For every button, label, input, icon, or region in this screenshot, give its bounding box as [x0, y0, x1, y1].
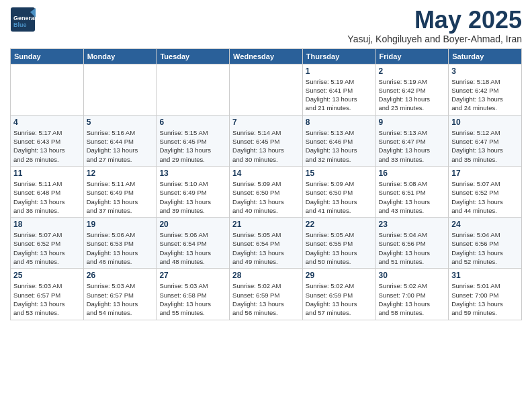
header: General Blue May 2025 Yasuj, Kohgiluyeh … [10, 7, 522, 44]
calendar-day-cell: 7Sunrise: 5:14 AM Sunset: 6:45 PM Daylig… [230, 115, 303, 166]
day-number: 11 [13, 169, 81, 178]
day-number: 19 [87, 220, 154, 229]
day-number: 20 [159, 220, 226, 229]
day-info: Sunrise: 5:11 AM Sunset: 6:49 PM Dayligh… [87, 179, 154, 215]
day-number: 8 [306, 118, 373, 127]
day-info: Sunrise: 5:08 AM Sunset: 6:51 PM Dayligh… [379, 179, 446, 215]
calendar-day-cell [11, 64, 84, 115]
calendar-day-cell: 30Sunrise: 5:02 AM Sunset: 7:00 PM Dayli… [375, 269, 449, 320]
day-info: Sunrise: 5:02 AM Sunset: 7:00 PM Dayligh… [379, 281, 446, 317]
day-info: Sunrise: 5:03 AM Sunset: 6:58 PM Dayligh… [159, 281, 226, 317]
weekday-header: Wednesday [230, 48, 303, 64]
day-info: Sunrise: 5:06 AM Sunset: 6:54 PM Dayligh… [159, 230, 226, 266]
weekday-header: Monday [83, 48, 157, 64]
day-info: Sunrise: 5:05 AM Sunset: 6:55 PM Dayligh… [306, 230, 373, 266]
day-info: Sunrise: 5:19 AM Sunset: 6:41 PM Dayligh… [306, 77, 373, 113]
calendar-day-cell: 3Sunrise: 5:18 AM Sunset: 6:42 PM Daylig… [449, 64, 522, 115]
calendar-day-cell: 12Sunrise: 5:11 AM Sunset: 6:49 PM Dayli… [83, 166, 157, 217]
day-info: Sunrise: 5:17 AM Sunset: 6:43 PM Dayligh… [13, 128, 81, 164]
day-info: Sunrise: 5:06 AM Sunset: 6:53 PM Dayligh… [87, 230, 154, 266]
day-info: Sunrise: 5:04 AM Sunset: 6:56 PM Dayligh… [379, 230, 446, 266]
calendar-week-row: 25Sunrise: 5:03 AM Sunset: 6:57 PM Dayli… [11, 269, 522, 320]
day-number: 17 [451, 169, 519, 178]
day-info: Sunrise: 5:07 AM Sunset: 6:52 PM Dayligh… [13, 230, 81, 266]
calendar-day-cell: 11Sunrise: 5:11 AM Sunset: 6:48 PM Dayli… [11, 166, 84, 217]
calendar-day-cell [230, 64, 303, 115]
calendar-day-cell: 23Sunrise: 5:04 AM Sunset: 6:56 PM Dayli… [375, 218, 449, 269]
day-number: 7 [232, 118, 300, 127]
day-number: 22 [306, 220, 373, 229]
weekday-header: Tuesday [157, 48, 230, 64]
day-number: 21 [232, 220, 300, 229]
title-area: May 2025 Yasuj, Kohgiluyeh and Boyer-Ahm… [347, 7, 522, 44]
calendar-day-cell: 28Sunrise: 5:02 AM Sunset: 6:59 PM Dayli… [230, 269, 303, 320]
day-number: 1 [306, 66, 373, 76]
calendar-header-row: SundayMondayTuesdayWednesdayThursdayFrid… [11, 48, 522, 64]
day-number: 15 [306, 169, 373, 178]
day-number: 27 [159, 271, 226, 280]
day-number: 30 [379, 271, 446, 280]
day-info: Sunrise: 5:07 AM Sunset: 6:52 PM Dayligh… [451, 179, 519, 215]
weekday-header: Saturday [449, 48, 522, 64]
calendar-day-cell: 21Sunrise: 5:05 AM Sunset: 6:54 PM Dayli… [230, 218, 303, 269]
day-info: Sunrise: 5:02 AM Sunset: 6:59 PM Dayligh… [232, 281, 300, 317]
calendar-day-cell: 22Sunrise: 5:05 AM Sunset: 6:55 PM Dayli… [302, 218, 375, 269]
day-number: 13 [159, 169, 226, 178]
day-info: Sunrise: 5:03 AM Sunset: 6:57 PM Dayligh… [13, 281, 81, 317]
day-number: 28 [232, 271, 300, 280]
day-number: 24 [451, 220, 519, 229]
calendar-week-row: 1Sunrise: 5:19 AM Sunset: 6:41 PM Daylig… [11, 64, 522, 115]
day-info: Sunrise: 5:14 AM Sunset: 6:45 PM Dayligh… [232, 128, 300, 164]
weekday-header: Friday [375, 48, 449, 64]
calendar-week-row: 18Sunrise: 5:07 AM Sunset: 6:52 PM Dayli… [11, 218, 522, 269]
calendar-day-cell: 20Sunrise: 5:06 AM Sunset: 6:54 PM Dayli… [157, 218, 230, 269]
day-info: Sunrise: 5:09 AM Sunset: 6:50 PM Dayligh… [306, 179, 373, 215]
day-number: 31 [451, 271, 519, 280]
calendar-day-cell: 29Sunrise: 5:02 AM Sunset: 6:59 PM Dayli… [302, 269, 375, 320]
calendar-day-cell: 13Sunrise: 5:10 AM Sunset: 6:49 PM Dayli… [157, 166, 230, 217]
day-info: Sunrise: 5:13 AM Sunset: 6:47 PM Dayligh… [379, 128, 446, 164]
day-info: Sunrise: 5:11 AM Sunset: 6:48 PM Dayligh… [13, 179, 81, 215]
calendar-day-cell: 10Sunrise: 5:12 AM Sunset: 6:47 PM Dayli… [449, 115, 522, 166]
calendar-day-cell: 27Sunrise: 5:03 AM Sunset: 6:58 PM Dayli… [157, 269, 230, 320]
day-info: Sunrise: 5:01 AM Sunset: 7:00 PM Dayligh… [451, 281, 519, 317]
logo: General Blue [10, 7, 36, 32]
calendar-day-cell: 19Sunrise: 5:06 AM Sunset: 6:53 PM Dayli… [83, 218, 157, 269]
calendar-day-cell: 16Sunrise: 5:08 AM Sunset: 6:51 PM Dayli… [375, 166, 449, 217]
svg-text:Blue: Blue [13, 21, 27, 28]
day-number: 26 [87, 271, 154, 280]
calendar-day-cell: 5Sunrise: 5:16 AM Sunset: 6:44 PM Daylig… [83, 115, 157, 166]
svg-text:General: General [13, 15, 36, 21]
calendar-day-cell: 24Sunrise: 5:04 AM Sunset: 6:56 PM Dayli… [449, 218, 522, 269]
calendar-week-row: 4Sunrise: 5:17 AM Sunset: 6:43 PM Daylig… [11, 115, 522, 166]
day-number: 25 [13, 271, 81, 280]
day-info: Sunrise: 5:02 AM Sunset: 6:59 PM Dayligh… [306, 281, 373, 317]
day-info: Sunrise: 5:04 AM Sunset: 6:56 PM Dayligh… [451, 230, 519, 266]
day-info: Sunrise: 5:13 AM Sunset: 6:46 PM Dayligh… [306, 128, 373, 164]
location-subtitle: Yasuj, Kohgiluyeh and Boyer-Ahmad, Iran [347, 34, 522, 44]
calendar-table: SundayMondayTuesdayWednesdayThursdayFrid… [10, 48, 522, 320]
weekday-header: Sunday [11, 48, 84, 64]
day-info: Sunrise: 5:10 AM Sunset: 6:49 PM Dayligh… [159, 179, 226, 215]
day-number: 29 [306, 271, 373, 280]
calendar-day-cell: 17Sunrise: 5:07 AM Sunset: 6:52 PM Dayli… [449, 166, 522, 217]
logo-icon: General Blue [10, 7, 36, 32]
day-info: Sunrise: 5:19 AM Sunset: 6:42 PM Dayligh… [379, 77, 446, 113]
day-info: Sunrise: 5:12 AM Sunset: 6:47 PM Dayligh… [451, 128, 519, 164]
day-number: 18 [13, 220, 81, 229]
weekday-header: Thursday [302, 48, 375, 64]
day-number: 4 [13, 118, 81, 127]
day-info: Sunrise: 5:15 AM Sunset: 6:45 PM Dayligh… [159, 128, 226, 164]
calendar-day-cell: 15Sunrise: 5:09 AM Sunset: 6:50 PM Dayli… [302, 166, 375, 217]
day-info: Sunrise: 5:09 AM Sunset: 6:50 PM Dayligh… [232, 179, 300, 215]
calendar-day-cell: 25Sunrise: 5:03 AM Sunset: 6:57 PM Dayli… [11, 269, 84, 320]
calendar-week-row: 11Sunrise: 5:11 AM Sunset: 6:48 PM Dayli… [11, 166, 522, 217]
day-info: Sunrise: 5:05 AM Sunset: 6:54 PM Dayligh… [232, 230, 300, 266]
day-number: 14 [232, 169, 300, 178]
calendar-day-cell: 14Sunrise: 5:09 AM Sunset: 6:50 PM Dayli… [230, 166, 303, 217]
calendar-day-cell [157, 64, 230, 115]
calendar-day-cell: 8Sunrise: 5:13 AM Sunset: 6:46 PM Daylig… [302, 115, 375, 166]
calendar-day-cell: 2Sunrise: 5:19 AM Sunset: 6:42 PM Daylig… [375, 64, 449, 115]
day-number: 23 [379, 220, 446, 229]
day-number: 5 [87, 118, 154, 127]
